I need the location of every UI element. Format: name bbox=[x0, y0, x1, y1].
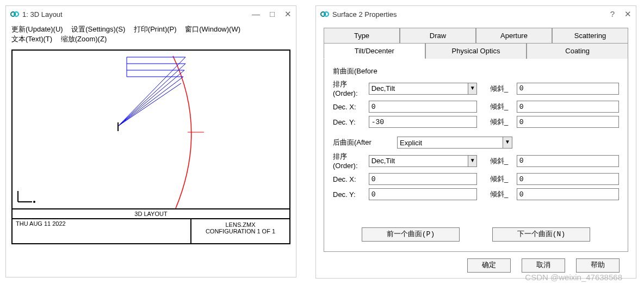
window-title-left: 1: 3D Layout bbox=[22, 10, 252, 18]
before-decy-input[interactable] bbox=[369, 116, 477, 128]
svg-line-4 bbox=[119, 64, 185, 126]
ok-button[interactable]: 确定 bbox=[467, 258, 511, 273]
order-label: 排序(Order): bbox=[333, 79, 369, 97]
help-button[interactable]: 帮助 bbox=[576, 258, 620, 273]
menu-window[interactable]: 窗口(Window)(W) bbox=[185, 25, 240, 33]
app-icon bbox=[320, 10, 329, 18]
after-section-label: 后曲面(After bbox=[333, 138, 397, 147]
tilt-decenter-form: 前曲面(Before 排序(Order): Dec,Tilt ▼ 倾斜_ Dec… bbox=[324, 59, 628, 252]
tab-type[interactable]: Type bbox=[324, 28, 400, 43]
after-tilt-x-input[interactable] bbox=[517, 173, 619, 185]
before-tilt-x-input[interactable] bbox=[517, 101, 619, 113]
window-surface-properties: Surface 2 Properties ? ✕ Type Draw Apert… bbox=[315, 5, 636, 279]
tab-aperture[interactable]: Aperture bbox=[476, 28, 552, 43]
svg-line-7 bbox=[119, 83, 181, 126]
window-title-right: Surface 2 Properties bbox=[332, 10, 610, 18]
tab-physical-optics[interactable]: Physical Optics bbox=[425, 43, 527, 59]
help-button[interactable]: ? bbox=[610, 9, 615, 19]
decx-label: Dec. X: bbox=[333, 103, 369, 111]
menu-update[interactable]: 更新(Update)(U) bbox=[11, 25, 63, 33]
tilt-label: 倾斜_ bbox=[490, 174, 517, 184]
footer-filename: LENS.ZMX bbox=[195, 221, 286, 228]
after-tilt-input[interactable] bbox=[517, 155, 619, 167]
footer-title: 3D LAYOUT bbox=[13, 209, 289, 219]
before-tilt-y-input[interactable] bbox=[517, 116, 619, 128]
decy-label: Dec. Y: bbox=[333, 190, 369, 199]
tab-tilt-decenter[interactable]: Tilt/Decenter bbox=[324, 43, 425, 59]
before-tilt-input[interactable] bbox=[517, 83, 619, 95]
cancel-button[interactable]: 取消 bbox=[522, 258, 565, 273]
order-label: 排序(Order): bbox=[333, 152, 369, 170]
canvas-frame: 3D LAYOUT THU AUG 11 2022 LENS.ZMX CONFI… bbox=[11, 50, 290, 244]
after-order-combo[interactable]: Dec,Tilt bbox=[369, 155, 468, 167]
next-surface-button[interactable]: 下一个曲面(N) bbox=[492, 227, 590, 242]
after-tilt-y-input[interactable] bbox=[517, 188, 619, 200]
minimize-button[interactable]: — bbox=[252, 9, 260, 19]
before-section-label: 前曲面(Before bbox=[333, 66, 619, 76]
layout-canvas[interactable] bbox=[13, 51, 289, 208]
tilt-label: 倾斜_ bbox=[490, 84, 517, 94]
menu-print[interactable]: 打印(Print)(P) bbox=[134, 25, 177, 33]
after-decy-input[interactable] bbox=[369, 188, 477, 200]
close-button[interactable]: ✕ bbox=[284, 9, 292, 19]
tabstrip-bottom: Tilt/Decenter Physical Optics Coating bbox=[324, 43, 628, 59]
decx-label: Dec. X: bbox=[333, 175, 369, 183]
before-decx-input[interactable] bbox=[369, 101, 477, 113]
window-3d-layout: 1: 3D Layout — □ ✕ 更新(Update)(U) 设置(Sett… bbox=[5, 5, 296, 277]
tilt-label: 倾斜_ bbox=[490, 156, 517, 166]
menubar-left: 更新(Update)(U) 设置(Settings)(S) 打印(Print)(… bbox=[6, 22, 296, 46]
menu-zoom[interactable]: 缩放(Zoom)(Z) bbox=[61, 35, 107, 43]
chevron-down-icon[interactable]: ▼ bbox=[503, 137, 512, 149]
svg-line-3 bbox=[119, 57, 185, 126]
chevron-down-icon[interactable]: ▼ bbox=[468, 83, 477, 95]
canvas-footer: 3D LAYOUT THU AUG 11 2022 LENS.ZMX CONFI… bbox=[13, 208, 289, 243]
footer-config: CONFIGURATION 1 OF 1 bbox=[195, 228, 286, 234]
footer-date: THU AUG 11 2022 bbox=[13, 219, 191, 243]
svg-line-6 bbox=[119, 77, 183, 126]
before-order-combo[interactable]: Dec,Tilt bbox=[369, 83, 468, 95]
titlebar-right: Surface 2 Properties ? ✕ bbox=[316, 6, 636, 22]
svg-point-16 bbox=[33, 201, 35, 203]
close-button[interactable]: ✕ bbox=[624, 9, 631, 19]
tabstrip-top: Type Draw Aperture Scattering bbox=[324, 28, 628, 44]
decy-label: Dec. Y: bbox=[333, 118, 369, 126]
tab-scattering[interactable]: Scattering bbox=[552, 28, 628, 43]
maximize-button[interactable]: □ bbox=[270, 9, 275, 19]
menu-settings[interactable]: 设置(Settings)(S) bbox=[71, 25, 125, 33]
titlebar-left: 1: 3D Layout — □ ✕ bbox=[6, 6, 296, 22]
tilt-label: 倾斜_ bbox=[490, 189, 517, 199]
prev-surface-button[interactable]: 前一个曲面(P) bbox=[362, 227, 460, 242]
tilt-label: 倾斜_ bbox=[490, 102, 517, 112]
chevron-down-icon[interactable]: ▼ bbox=[468, 155, 477, 167]
app-icon bbox=[10, 10, 19, 18]
after-mode-combo[interactable]: Explicit bbox=[397, 137, 503, 149]
tilt-label: 倾斜_ bbox=[490, 117, 517, 127]
after-decx-input[interactable] bbox=[369, 173, 477, 185]
menu-text[interactable]: 文本(Text)(T) bbox=[11, 35, 52, 43]
tab-draw[interactable]: Draw bbox=[400, 28, 476, 43]
layout-drawing bbox=[13, 51, 289, 208]
tab-coating[interactable]: Coating bbox=[527, 43, 628, 59]
svg-line-5 bbox=[119, 70, 184, 126]
